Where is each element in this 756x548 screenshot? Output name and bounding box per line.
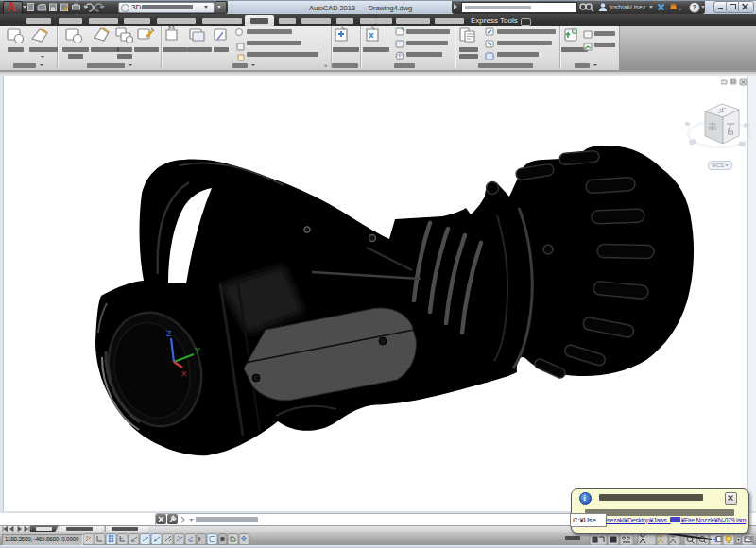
svg-text:Z: Z <box>166 329 172 338</box>
svg-text:Y: Y <box>195 346 200 355</box>
svg-text:X: X <box>181 369 187 378</box>
